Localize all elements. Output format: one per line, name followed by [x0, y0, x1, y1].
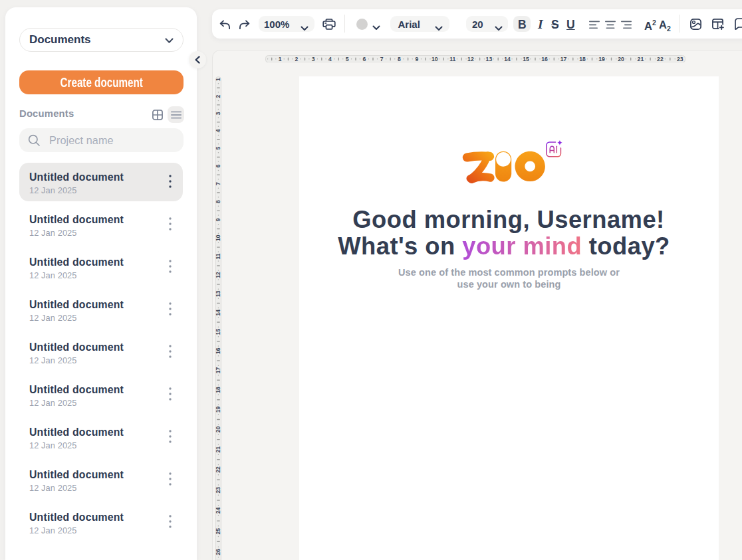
svg-text:6: 6	[363, 55, 366, 62]
svg-text:22: 22	[215, 466, 221, 473]
svg-text:23: 23	[677, 55, 683, 62]
svg-text:3: 3	[215, 112, 221, 115]
svg-text:23: 23	[215, 486, 221, 493]
svg-text:12: 12	[215, 272, 221, 278]
svg-text:10: 10	[215, 234, 221, 241]
svg-text:18: 18	[215, 387, 221, 393]
svg-text:13: 13	[486, 55, 493, 62]
svg-text:19: 19	[215, 406, 221, 413]
svg-text:8: 8	[398, 55, 401, 62]
svg-text:16: 16	[541, 55, 548, 62]
svg-text:18: 18	[579, 55, 586, 62]
svg-text:9: 9	[215, 218, 221, 221]
svg-text:17: 17	[215, 367, 221, 373]
svg-text:15: 15	[215, 328, 221, 335]
svg-text:10: 10	[432, 55, 438, 62]
svg-text:9: 9	[416, 55, 419, 62]
svg-text:24: 24	[215, 507, 221, 513]
svg-text:11: 11	[215, 253, 221, 259]
svg-text:5: 5	[215, 146, 221, 149]
svg-text:4: 4	[328, 55, 332, 62]
svg-text:11: 11	[449, 55, 455, 62]
svg-text:22: 22	[657, 55, 664, 62]
svg-text:25: 25	[215, 527, 221, 534]
svg-text:3: 3	[312, 55, 315, 62]
svg-text:6: 6	[215, 164, 221, 167]
svg-text:13: 13	[215, 290, 221, 297]
svg-text:20: 20	[215, 426, 221, 432]
svg-text:1: 1	[215, 78, 221, 81]
svg-text:21: 21	[638, 55, 644, 62]
svg-text:19: 19	[598, 55, 605, 62]
svg-text:21: 21	[215, 446, 221, 452]
svg-text:20: 20	[618, 55, 624, 62]
svg-text:14: 14	[504, 55, 511, 62]
svg-text:4: 4	[215, 129, 221, 132]
svg-text:17: 17	[560, 55, 567, 62]
svg-text:7: 7	[380, 55, 384, 62]
svg-text:15: 15	[523, 55, 529, 62]
svg-text:14: 14	[215, 309, 221, 316]
svg-text:7: 7	[215, 182, 221, 185]
svg-text:2: 2	[215, 94, 221, 98]
svg-text:5: 5	[346, 55, 349, 62]
svg-text:1: 1	[279, 55, 282, 62]
svg-text:2: 2	[295, 55, 299, 62]
svg-text:16: 16	[215, 347, 221, 354]
svg-text:26: 26	[215, 549, 221, 555]
svg-text:12: 12	[467, 55, 474, 62]
svg-text:8: 8	[215, 200, 221, 203]
